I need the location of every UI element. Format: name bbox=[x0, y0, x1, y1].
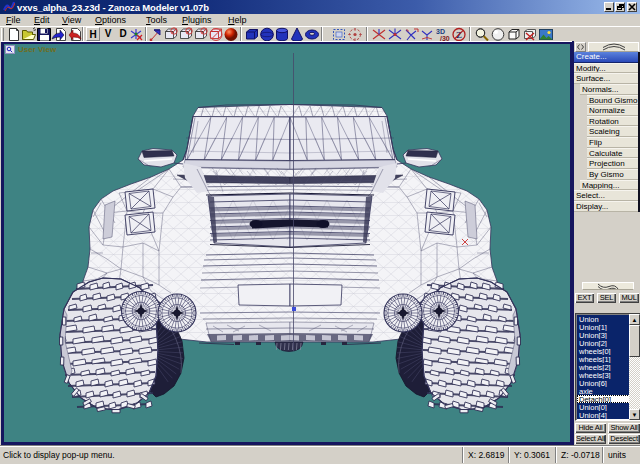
svg-text:3D: 3D bbox=[436, 28, 445, 35]
